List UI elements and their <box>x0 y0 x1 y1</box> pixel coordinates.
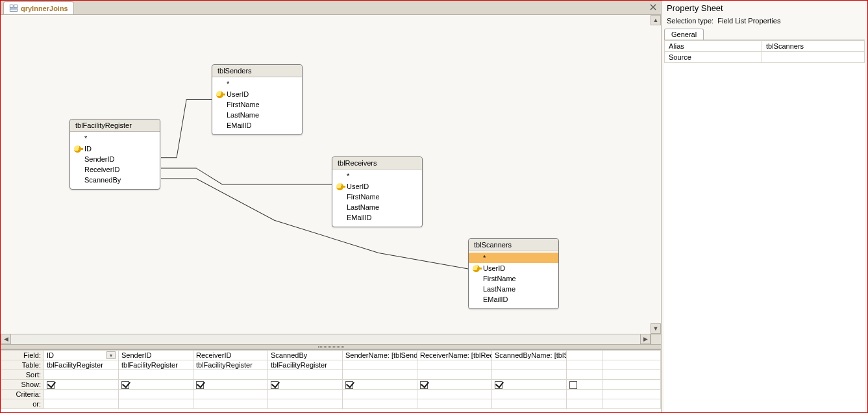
grid-cell-sort[interactable] <box>417 370 492 380</box>
show-checkbox[interactable] <box>271 381 279 389</box>
scroll-right-button[interactable]: ▶ <box>640 334 651 344</box>
show-checkbox[interactable] <box>47 381 55 389</box>
field-star[interactable]: * <box>469 253 558 263</box>
field-star[interactable]: * <box>70 133 160 144</box>
grid-cell-or[interactable] <box>44 399 119 409</box>
table-title[interactable]: tblScanners <box>469 239 558 251</box>
field-firstname[interactable]: FirstName <box>212 99 302 110</box>
grid-cell-field[interactable]: SenderName: [tblSenders]![FirstName] <box>343 351 417 360</box>
grid-cell-field[interactable]: ScannedBy <box>268 351 343 360</box>
dropdown-icon[interactable]: ▾ <box>106 351 116 359</box>
field-lastname[interactable]: LastName <box>212 110 302 120</box>
field-lastname[interactable]: LastName <box>469 284 558 294</box>
show-checkbox[interactable] <box>569 381 577 389</box>
grid-cell-table[interactable] <box>567 360 602 370</box>
property-row[interactable]: Alias tblScanners <box>665 41 865 52</box>
show-checkbox[interactable] <box>420 381 428 389</box>
table-title[interactable]: tblSenders <box>212 65 302 77</box>
grid-cell-show[interactable] <box>268 380 343 390</box>
show-checkbox[interactable] <box>196 381 204 389</box>
grid-cell-field[interactable]: SenderID <box>119 351 193 360</box>
field-emailid[interactable]: EMailID <box>212 120 302 131</box>
property-grid[interactable]: Alias tblScanners Source <box>664 40 865 63</box>
table-tblreceivers[interactable]: tblReceivers * UserID FirstName LastName… <box>332 156 423 227</box>
grid-cell-sort[interactable] <box>492 370 567 380</box>
field-senderid[interactable]: SenderID <box>70 154 160 164</box>
table-tblscanners[interactable]: tblScanners * UserID FirstName LastName … <box>468 238 559 309</box>
table-title[interactable]: tblFacilityRegister <box>70 119 160 132</box>
field-firstname[interactable]: FirstName <box>332 192 422 202</box>
field-userid[interactable]: UserID <box>212 89 302 99</box>
grid-cell-show[interactable] <box>343 380 417 390</box>
show-checkbox[interactable] <box>121 381 129 389</box>
grid-cell-criteria[interactable] <box>268 390 343 399</box>
grid-cell-show[interactable] <box>417 380 492 390</box>
field-emailid[interactable]: EMailID <box>469 294 558 305</box>
grid-cell-show[interactable] <box>567 380 602 390</box>
grid-cell-criteria[interactable] <box>44 390 119 399</box>
property-row[interactable]: Source <box>665 52 865 63</box>
grid-cell-field[interactable]: ID ▾ <box>44 351 119 360</box>
grid-cell-sort[interactable] <box>193 370 268 380</box>
grid-cell-table[interactable] <box>602 360 661 370</box>
grid-cell-field[interactable]: ScannedByName: [tblScanners]![FirstName] <box>492 351 567 360</box>
grid-cell-or[interactable] <box>268 399 343 409</box>
show-checkbox[interactable] <box>495 381 502 389</box>
field-star[interactable]: * <box>332 171 422 181</box>
grid-cell-or[interactable] <box>567 399 602 409</box>
table-tblsenders[interactable]: tblSenders * UserID FirstName LastName E… <box>212 64 303 135</box>
grid-cell-criteria[interactable] <box>343 390 417 399</box>
grid-cell-or[interactable] <box>417 399 492 409</box>
grid-cell-or[interactable] <box>492 399 567 409</box>
field-star[interactable]: * <box>212 79 302 89</box>
tab-general[interactable]: General <box>664 29 704 40</box>
grid-cell-table[interactable]: tblFacilityRegister <box>119 360 193 370</box>
grid-cell-field[interactable]: ReceiverID <box>193 351 268 360</box>
grid-cell-field[interactable]: ReceiverName: [tblReceivers]![FirstName] <box>417 351 492 360</box>
grid-cell-sort[interactable] <box>44 370 119 380</box>
grid-cell-or[interactable] <box>602 399 661 409</box>
grid-cell-field[interactable] <box>567 351 602 360</box>
grid-cell-or[interactable] <box>343 399 417 409</box>
grid-cell-show[interactable] <box>119 380 193 390</box>
grid-cell-criteria[interactable] <box>119 390 193 399</box>
grid-cell-table[interactable] <box>492 360 567 370</box>
grid-cell-sort[interactable] <box>343 370 417 380</box>
scroll-down-button[interactable]: ▼ <box>651 323 661 334</box>
grid-cell-sort[interactable] <box>268 370 343 380</box>
grid-cell-criteria[interactable] <box>567 390 602 399</box>
field-lastname[interactable]: LastName <box>332 202 422 212</box>
field-userid[interactable]: UserID <box>332 181 422 192</box>
horizontal-scrollbar[interactable] <box>11 334 640 344</box>
table-title[interactable]: tblReceivers <box>332 157 422 169</box>
field-id[interactable]: ID <box>70 144 160 154</box>
grid-cell-table[interactable] <box>343 360 417 370</box>
grid-cell-sort[interactable] <box>602 370 661 380</box>
grid-cell-or[interactable] <box>193 399 268 409</box>
close-icon[interactable] <box>648 2 658 12</box>
show-checkbox[interactable] <box>345 381 353 389</box>
grid-cell-show[interactable] <box>602 380 661 390</box>
field-userid[interactable]: UserID <box>469 263 558 273</box>
design-grid[interactable]: Field: ID ▾ SenderID ReceiverID ScannedB… <box>1 349 661 412</box>
scroll-left-button[interactable]: ◀ <box>1 334 11 344</box>
field-emailid[interactable]: EMailID <box>332 212 422 223</box>
grid-cell-table[interactable]: tblFacilityRegister <box>268 360 343 370</box>
table-tblfacilityregister[interactable]: tblFacilityRegister * ID SenderID Receiv… <box>69 119 160 190</box>
grid-cell-table[interactable]: tblFacilityRegister <box>44 360 119 370</box>
pane-splitter[interactable] <box>1 344 661 349</box>
grid-cell-show[interactable] <box>492 380 567 390</box>
scroll-up-button[interactable]: ▲ <box>651 15 661 25</box>
tab-qryinnerjoins[interactable]: qryInnerJoins <box>3 1 74 14</box>
grid-cell-field[interactable] <box>602 351 661 360</box>
grid-cell-show[interactable] <box>193 380 268 390</box>
grid-cell-sort[interactable] <box>567 370 602 380</box>
grid-cell-or[interactable] <box>119 399 193 409</box>
grid-cell-show[interactable] <box>44 380 119 390</box>
field-receiverid[interactable]: ReceiverID <box>70 164 160 175</box>
grid-cell-sort[interactable] <box>119 370 193 380</box>
grid-cell-table[interactable] <box>417 360 492 370</box>
field-firstname[interactable]: FirstName <box>469 273 558 284</box>
property-value[interactable] <box>762 52 865 63</box>
grid-cell-criteria[interactable] <box>602 390 661 399</box>
